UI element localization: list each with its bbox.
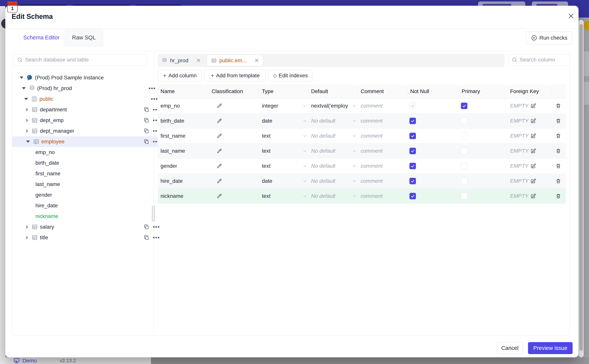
tree-item-table-dept-emp[interactable]: dept_emp •••	[12, 115, 162, 126]
column-name-input[interactable]: hire_date	[161, 178, 183, 184]
edit-foreign-key-icon[interactable]	[530, 178, 536, 184]
run-checks-button[interactable]: Run checks	[526, 31, 572, 44]
column-name-input[interactable]: last_name	[161, 148, 185, 154]
classification-edit-icon[interactable]	[217, 103, 222, 109]
not-null-checkbox[interactable]	[409, 148, 416, 154]
overlay-scrollbar-thumb[interactable]	[579, 24, 583, 351]
primary-checkbox[interactable]	[461, 133, 467, 139]
classification-edit-icon[interactable]	[217, 163, 222, 169]
delete-column-icon[interactable]	[556, 163, 561, 169]
column-name-input[interactable]: first_name	[161, 133, 186, 139]
comment-input[interactable]: comment	[361, 193, 382, 199]
tab-chip-public-employee[interactable]: public.em... ✕	[207, 55, 263, 66]
tree-item-table-department[interactable]: department •••	[12, 104, 162, 115]
not-null-checkbox[interactable]	[409, 178, 416, 184]
edit-foreign-key-icon[interactable]	[530, 118, 536, 124]
classification-edit-icon[interactable]	[217, 178, 222, 184]
tree-item-schema-public[interactable]: public •••	[12, 94, 160, 104]
not-null-checkbox[interactable]	[409, 133, 416, 139]
comment-input[interactable]: comment	[361, 163, 382, 169]
default-select[interactable]: No default	[311, 148, 358, 154]
not-null-checkbox[interactable]	[409, 118, 416, 124]
tree-item-table-salary[interactable]: salary •••	[12, 221, 162, 232]
tree-column-hire-date[interactable]: hire_date	[12, 200, 171, 211]
copy-icon[interactable]	[144, 224, 149, 230]
copy-icon[interactable]	[144, 139, 149, 144]
default-select[interactable]: No default	[311, 133, 358, 139]
comment-input[interactable]: comment	[361, 148, 382, 154]
type-select[interactable]: date	[262, 118, 308, 124]
delete-column-icon[interactable]	[556, 118, 561, 124]
copy-icon[interactable]	[144, 235, 149, 240]
primary-checkbox[interactable]	[461, 193, 467, 199]
tree-item-database[interactable]: (Prod) hr_prod •••	[12, 83, 158, 94]
edit-foreign-key-icon[interactable]	[530, 148, 536, 154]
column-name-input[interactable]: gender	[161, 163, 177, 169]
primary-checkbox[interactable]	[461, 103, 467, 109]
tab-raw-sql[interactable]: Raw SQL	[65, 29, 103, 46]
default-select[interactable]: No default	[311, 163, 358, 169]
edit-foreign-key-icon[interactable]	[530, 103, 536, 109]
default-select[interactable]: No default	[311, 178, 358, 184]
caret-right-icon[interactable]	[26, 118, 28, 122]
default-select[interactable]: nextval('employ	[311, 103, 358, 109]
caret-right-icon[interactable]	[26, 225, 28, 229]
primary-checkbox[interactable]	[461, 163, 467, 169]
more-actions-icon[interactable]: •••	[151, 97, 158, 101]
tab-schema-editor[interactable]: Schema Editor	[20, 29, 63, 46]
add-column-button[interactable]: + Add column	[158, 70, 202, 81]
classification-edit-icon[interactable]	[217, 133, 222, 139]
tree-item-instance[interactable]: (Prod) Prod Sample Instance	[12, 72, 155, 83]
tree-column-first-name[interactable]: first_name	[12, 168, 171, 179]
close-icon[interactable]: ✕	[254, 57, 259, 64]
tree-column-birth-date[interactable]: birth_date	[12, 158, 171, 168]
edit-foreign-key-icon[interactable]	[530, 133, 536, 139]
primary-checkbox[interactable]	[461, 118, 467, 124]
search-column-input[interactable]: Search column	[508, 54, 570, 66]
more-actions-icon[interactable]: •••	[153, 236, 160, 240]
tree-item-table-dept-manager[interactable]: dept_manager •••	[12, 126, 162, 136]
caret-down-icon[interactable]	[20, 77, 23, 79]
caret-down-icon[interactable]	[24, 98, 28, 100]
cancel-button[interactable]: Cancel	[497, 342, 523, 354]
type-select[interactable]: text	[262, 193, 308, 199]
column-name-input[interactable]: nickname	[161, 193, 183, 199]
preview-issue-button[interactable]: Preview issue	[528, 342, 573, 354]
more-actions-icon[interactable]: •••	[148, 86, 156, 90]
copy-icon[interactable]	[144, 128, 149, 134]
primary-checkbox[interactable]	[461, 148, 467, 154]
caret-right-icon[interactable]	[26, 108, 28, 111]
edit-foreign-key-icon[interactable]	[530, 193, 536, 199]
comment-input[interactable]: comment	[361, 133, 382, 139]
tree-column-nickname[interactable]: nickname	[12, 211, 171, 221]
comment-input[interactable]: comment	[361, 178, 382, 184]
type-select[interactable]: text	[262, 148, 308, 154]
caret-right-icon[interactable]	[26, 236, 28, 240]
delete-column-icon[interactable]	[556, 133, 561, 139]
edit-foreign-key-icon[interactable]	[530, 163, 536, 169]
delete-column-icon[interactable]	[556, 178, 561, 184]
type-select[interactable]: text	[262, 133, 308, 139]
delete-column-icon[interactable]	[556, 148, 561, 154]
classification-edit-icon[interactable]	[217, 193, 222, 199]
add-from-template-button[interactable]: + Add from template	[205, 70, 266, 81]
tree-column-emp-no[interactable]: emp_no	[12, 147, 171, 158]
default-select[interactable]: No default	[311, 118, 358, 124]
caret-down-icon[interactable]	[26, 141, 30, 143]
demo-link[interactable]: Demo	[22, 358, 37, 364]
column-name-input[interactable]: birth_date	[161, 118, 184, 124]
tree-item-table-employee[interactable]: employee •••	[12, 136, 162, 147]
comment-input[interactable]: comment	[361, 103, 382, 109]
default-select[interactable]: No default	[311, 193, 358, 199]
column-name-input[interactable]: emp_no	[161, 103, 180, 109]
delete-column-icon[interactable]	[556, 193, 561, 199]
copy-icon[interactable]	[144, 117, 149, 123]
caret-down-icon[interactable]	[22, 87, 26, 90]
not-null-checkbox[interactable]	[409, 193, 416, 199]
type-select[interactable]: date	[262, 178, 308, 184]
classification-edit-icon[interactable]	[217, 148, 222, 154]
more-actions-icon[interactable]: •••	[153, 225, 160, 229]
close-icon[interactable]	[566, 11, 576, 21]
delete-column-icon[interactable]	[556, 103, 561, 109]
type-select[interactable]: integer	[262, 103, 308, 109]
